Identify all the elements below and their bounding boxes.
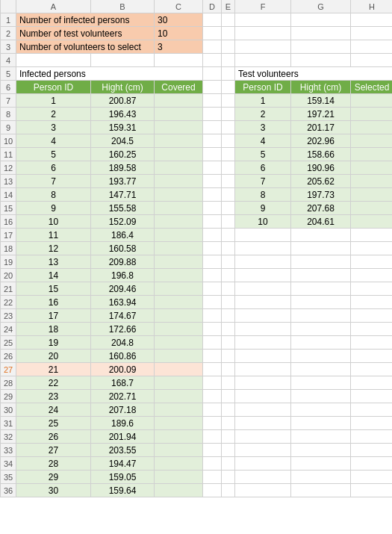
cell[interactable] xyxy=(155,269,203,282)
cell[interactable] xyxy=(155,175,203,187)
cell[interactable] xyxy=(155,202,203,214)
cell[interactable]: 158.66 xyxy=(291,148,351,161)
cell[interactable] xyxy=(203,444,222,456)
cell[interactable] xyxy=(351,94,392,107)
cell[interactable] xyxy=(203,175,222,187)
cell[interactable]: 29 xyxy=(16,471,91,483)
cell[interactable]: 21 xyxy=(16,363,91,376)
cell[interactable] xyxy=(235,417,291,429)
cell[interactable]: 2 xyxy=(235,108,291,120)
cell[interactable] xyxy=(222,255,235,268)
cell[interactable] xyxy=(222,94,235,107)
cell[interactable] xyxy=(235,282,291,295)
cell[interactable]: 7 xyxy=(235,175,291,187)
cell[interactable]: 9 xyxy=(235,202,291,214)
cell[interactable] xyxy=(291,255,351,268)
cell[interactable] xyxy=(351,390,392,403)
cell[interactable] xyxy=(235,269,291,282)
cell[interactable]: 147.71 xyxy=(91,188,155,201)
cell[interactable]: 159.31 xyxy=(91,121,155,134)
cell[interactable] xyxy=(155,215,203,228)
cell[interactable] xyxy=(351,471,392,483)
cell[interactable] xyxy=(235,229,291,241)
cell[interactable] xyxy=(155,282,203,295)
cell[interactable] xyxy=(203,121,222,134)
cell[interactable] xyxy=(222,202,235,214)
cell[interactable] xyxy=(203,27,222,40)
cell[interactable] xyxy=(155,296,203,308)
cell[interactable] xyxy=(203,67,222,80)
cell[interactable] xyxy=(222,40,235,53)
cell[interactable]: Person ID xyxy=(235,81,291,93)
cell[interactable] xyxy=(222,471,235,483)
cell[interactable] xyxy=(351,202,392,214)
cell[interactable]: 6 xyxy=(235,161,291,174)
cell[interactable] xyxy=(222,81,235,93)
cell[interactable]: 18 xyxy=(16,323,91,335)
cell[interactable] xyxy=(155,403,203,416)
cell[interactable] xyxy=(203,161,222,174)
cell[interactable] xyxy=(203,282,222,295)
cell[interactable]: 26 xyxy=(16,430,91,443)
cell[interactable] xyxy=(291,40,351,53)
cell[interactable] xyxy=(203,309,222,322)
cell[interactable] xyxy=(155,255,203,268)
cell[interactable]: 9 xyxy=(16,202,91,214)
cell[interactable]: Selected xyxy=(351,81,392,93)
cell[interactable] xyxy=(16,54,91,66)
cell[interactable] xyxy=(155,229,203,241)
cell[interactable] xyxy=(351,40,392,53)
cell[interactable] xyxy=(155,134,203,147)
cell[interactable] xyxy=(235,336,291,349)
cell[interactable] xyxy=(222,13,235,26)
cell[interactable]: 25 xyxy=(16,417,91,429)
cell[interactable] xyxy=(155,108,203,120)
cell[interactable] xyxy=(351,296,392,308)
cell[interactable] xyxy=(235,40,291,53)
cell[interactable]: 204.61 xyxy=(291,215,351,228)
cell[interactable] xyxy=(155,430,203,443)
cell[interactable] xyxy=(235,390,291,403)
cell[interactable] xyxy=(222,444,235,456)
cell[interactable] xyxy=(351,215,392,228)
cell[interactable] xyxy=(291,471,351,483)
cell[interactable] xyxy=(235,296,291,308)
cell[interactable] xyxy=(235,255,291,268)
cell[interactable]: 201.94 xyxy=(91,430,155,443)
cell[interactable]: 10 xyxy=(155,27,203,40)
cell[interactable] xyxy=(351,13,392,26)
cell[interactable]: 209.46 xyxy=(91,282,155,295)
cell[interactable] xyxy=(351,417,392,429)
cell[interactable] xyxy=(222,175,235,187)
cell[interactable]: 174.67 xyxy=(91,309,155,322)
cell[interactable]: 200.09 xyxy=(91,363,155,376)
cell[interactable] xyxy=(351,175,392,187)
cell[interactable]: Hight (cm) xyxy=(91,81,155,93)
cell[interactable]: 193.77 xyxy=(91,175,155,187)
cell[interactable]: 30 xyxy=(16,484,91,497)
cell[interactable] xyxy=(222,282,235,295)
cell[interactable] xyxy=(222,390,235,403)
cell[interactable] xyxy=(351,27,392,40)
cell[interactable] xyxy=(291,336,351,349)
cell[interactable] xyxy=(155,471,203,483)
cell[interactable] xyxy=(222,430,235,443)
cell[interactable] xyxy=(235,309,291,322)
cell[interactable]: 202.96 xyxy=(291,134,351,147)
cell[interactable]: 189.58 xyxy=(91,161,155,174)
cell[interactable] xyxy=(222,161,235,174)
cell[interactable]: 10 xyxy=(235,215,291,228)
cell[interactable]: 194.47 xyxy=(91,457,155,470)
cell[interactable] xyxy=(203,430,222,443)
cell[interactable] xyxy=(351,282,392,295)
cell[interactable] xyxy=(203,323,222,335)
cell[interactable] xyxy=(155,309,203,322)
cell[interactable]: 159.05 xyxy=(91,471,155,483)
cell[interactable] xyxy=(351,269,392,282)
cell[interactable]: 172.66 xyxy=(91,323,155,335)
cell[interactable]: 197.21 xyxy=(291,108,351,120)
cell[interactable] xyxy=(222,403,235,416)
cell[interactable]: 1 xyxy=(16,94,91,107)
cell[interactable] xyxy=(291,350,351,362)
cell[interactable] xyxy=(235,27,291,40)
